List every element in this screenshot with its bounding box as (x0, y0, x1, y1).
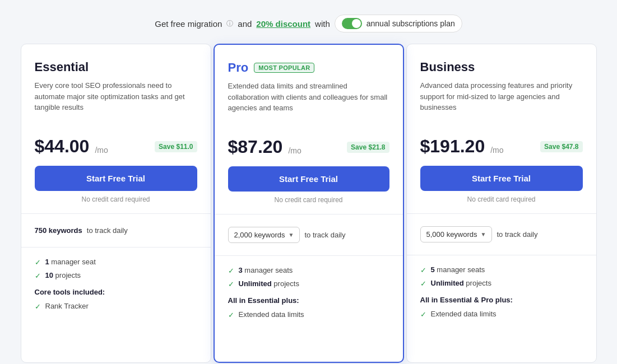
feature-projects-business: ✓ Unlimited projects (420, 279, 583, 288)
divider2-pro (215, 255, 403, 256)
trial-button-essential[interactable]: Start Free Trial (35, 166, 197, 191)
divider-pro (215, 214, 403, 214)
check-icon-extended-business: ✓ (420, 310, 426, 319)
rank-tracker-label: Rank Tracker (45, 302, 89, 310)
plan-desc-business: Advanced data processing features and pr… (420, 80, 583, 125)
toggle-label: annual subscriptions plan (367, 19, 455, 28)
top-bar: Get free migration ⓘ and 20% discount wi… (9, 9, 608, 44)
projects-label-essential: projects (55, 271, 81, 279)
check-icon-rank-tracker: ✓ (35, 302, 41, 311)
keywords-suffix-business: to track daily (497, 230, 537, 239)
keywords-suffix-essential: to track daily (87, 226, 128, 235)
save-badge-pro: Save $21.8 (347, 142, 389, 153)
plan-card-pro: Pro MOST POPULAR Extended data limits an… (214, 44, 404, 363)
feature-extended-business: ✓ Extended data limits (420, 310, 583, 319)
divider-business (407, 213, 596, 214)
feature-projects-essential: ✓ 10 projects (35, 271, 197, 280)
plan-name-pro: Pro MOST POPULAR (228, 60, 315, 75)
keywords-dropdown-pro[interactable]: 2,000 keywords ▼ (228, 227, 300, 243)
manager-seats-business: 5 (431, 265, 435, 274)
with-text: with (315, 19, 330, 29)
keywords-dropdown-business[interactable]: 5,000 keywords ▼ (420, 226, 493, 242)
divider2-business (407, 255, 596, 255)
check-icon-manager-essential: ✓ (35, 258, 41, 267)
check-icon-projects-business: ✓ (420, 279, 426, 288)
check-icon-projects-essential: ✓ (35, 272, 41, 280)
keywords-dropdown-value-pro: 2,000 keywords (234, 231, 285, 239)
feature-extended-pro: ✓ Extended data limits (228, 310, 389, 319)
feature-manager-pro: ✓ 3 manager seats (228, 266, 389, 275)
and-text: and (238, 19, 252, 29)
features-essential: ✓ 1 manager seat ✓ 10 projects Core tool… (35, 258, 197, 311)
keywords-dropdown-value-business: 5,000 keywords (426, 230, 477, 239)
manager-seats-label-essential: manager seat (51, 258, 96, 266)
projects-num-business: Unlimited (431, 279, 464, 287)
price-mo-business: /mo (490, 146, 503, 157)
plan-name-essential: Essential (35, 60, 197, 74)
no-credit-business: No credit card required (420, 195, 583, 203)
info-icon: ⓘ (226, 19, 233, 29)
divider2-essential (21, 247, 211, 248)
manager-seats-label-pro: manager seats (244, 266, 293, 274)
features-pro: ✓ 3 manager seats ✓ Unlimited projects A… (228, 266, 389, 319)
discount-text: 20% discount (256, 19, 310, 29)
plan-desc-pro: Extended data limits and streamlined col… (228, 81, 389, 125)
annual-toggle-switch[interactable] (342, 18, 362, 29)
keywords-row-essential: 750 keywords to track daily (35, 224, 197, 237)
price-amount-business: $191.20 (420, 136, 485, 157)
keywords-row-business: 5,000 keywords ▼ to track daily (420, 224, 583, 245)
plan-card-business: Business Advanced data processing featur… (406, 44, 597, 363)
manager-seats-label-business: manager seats (437, 265, 485, 274)
divider-essential (21, 213, 211, 214)
projects-num-essential: 10 (45, 271, 53, 279)
manager-seats-essential: 1 (45, 258, 49, 266)
check-icon-extended-pro: ✓ (228, 311, 234, 319)
price-amount-essential: $44.00 (35, 136, 90, 157)
features-business: ✓ 5 manager seats ✓ Unlimited projects A… (420, 265, 583, 319)
plan-desc-essential: Every core tool SEO professionals need t… (35, 80, 197, 125)
feature-manager-business: ✓ 5 manager seats (420, 265, 583, 274)
projects-num-pro: Unlimited (239, 279, 272, 288)
plan-card-essential: Essential Every core tool SEO profession… (21, 44, 211, 363)
trial-button-pro[interactable]: Start Free Trial (228, 166, 389, 192)
section-label-essential: Core tools included: (35, 288, 197, 296)
pro-name-text: Pro (228, 60, 249, 75)
price-mo-pro: /mo (288, 146, 301, 157)
no-credit-essential: No credit card required (35, 195, 197, 203)
extended-label-business: Extended data limits (431, 310, 497, 318)
check-icon-manager-business: ✓ (420, 266, 426, 274)
price-row-business: $191.20 /mo Save $47.8 (420, 136, 583, 157)
feature-rank-tracker: ✓ Rank Tracker (35, 302, 197, 311)
plan-name-business: Business (420, 60, 583, 74)
feature-projects-pro: ✓ Unlimited projects (228, 279, 389, 288)
all-in-label-business: All in Essential & Pro plus: (420, 296, 583, 304)
projects-label-pro: projects (273, 279, 299, 288)
trial-button-business[interactable]: Start Free Trial (420, 166, 583, 191)
annual-toggle-pill[interactable]: annual subscriptions plan (335, 15, 462, 32)
no-credit-pro: No credit card required (228, 196, 389, 204)
check-icon-projects-pro: ✓ (228, 280, 234, 288)
price-row-essential: $44.00 /mo Save $11.0 (35, 136, 197, 157)
keywords-static-essential: 750 keywords (35, 226, 82, 235)
most-popular-badge: MOST POPULAR (254, 63, 314, 73)
keywords-suffix-pro: to track daily (304, 231, 345, 239)
chevron-down-icon-pro: ▼ (289, 232, 294, 238)
chevron-down-icon-business: ▼ (481, 231, 486, 237)
projects-label-business: projects (466, 279, 491, 287)
price-amount-pro: $87.20 (228, 137, 283, 157)
migration-text: Get free migration (155, 19, 222, 29)
price-row-pro: $87.20 /mo Save $21.8 (228, 137, 389, 157)
save-badge-business: Save $47.8 (540, 141, 582, 152)
keywords-row-pro: 2,000 keywords ▼ to track daily (228, 225, 389, 245)
extended-label-pro: Extended data limits (239, 310, 304, 319)
manager-seats-pro: 3 (239, 266, 243, 274)
save-badge-essential: Save $11.0 (155, 141, 197, 152)
feature-manager-essential: ✓ 1 manager seat (35, 258, 197, 267)
price-mo-essential: /mo (95, 146, 108, 157)
all-in-label-pro: All in Essential plus: (228, 296, 389, 305)
check-icon-manager-pro: ✓ (228, 267, 234, 275)
plans-container: Essential Every core tool SEO profession… (9, 44, 608, 363)
